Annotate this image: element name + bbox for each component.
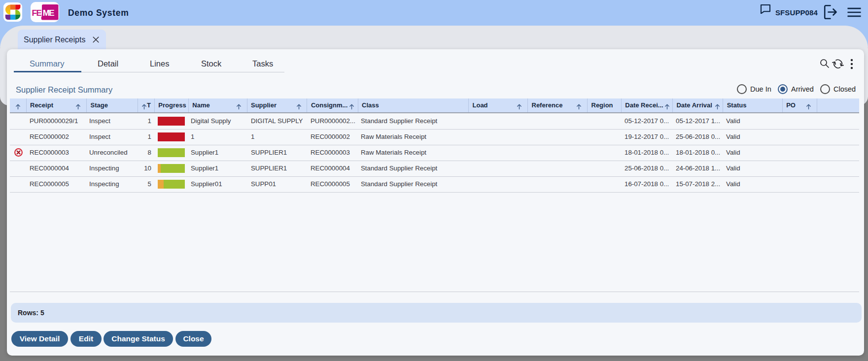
svg-text:FE: FE <box>32 8 42 18</box>
svg-text:ME: ME <box>43 8 55 18</box>
